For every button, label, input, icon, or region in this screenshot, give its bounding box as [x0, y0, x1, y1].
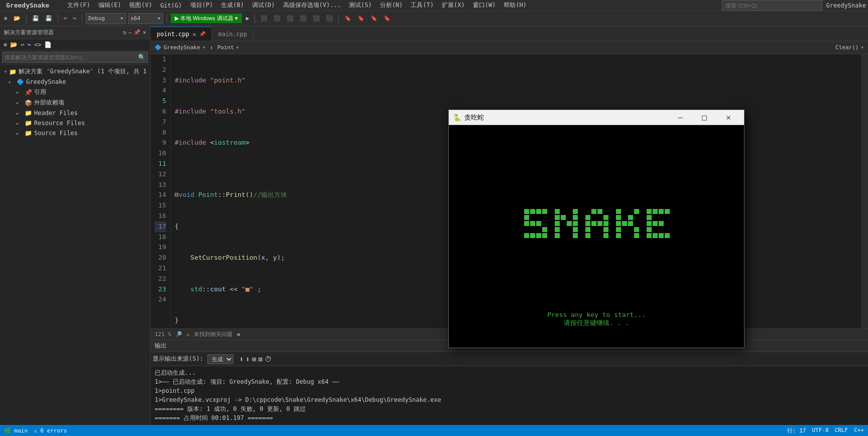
platform-dropdown[interactable]: x64 ▾: [128, 13, 163, 24]
toolbar-debug-3[interactable]: ⬛: [285, 14, 296, 23]
toolbar-bookmark-4[interactable]: 🔖: [382, 14, 393, 23]
toolbar-bookmark-1[interactable]: 🔖: [342, 14, 353, 23]
status-git[interactable]: 🌿 main: [4, 427, 28, 434]
config-dropdown[interactable]: Debug ▾: [86, 13, 126, 24]
toolbar-sep-5: [255, 14, 255, 23]
toolbar-bookmark-2[interactable]: 🔖: [355, 14, 366, 23]
toolbar-new[interactable]: ⊕: [2, 14, 10, 23]
sidebar-tb-5[interactable]: <>: [33, 40, 43, 49]
menu-tools[interactable]: 工具(T): [407, 0, 438, 11]
sidebar-tb-3[interactable]: ↩: [19, 40, 26, 49]
toolbar-debug-6[interactable]: ⬛: [324, 14, 335, 23]
svg-rect-54: [647, 221, 652, 226]
hdr-label: Header Files: [34, 110, 78, 117]
toolbar-debug-1[interactable]: ⬛: [259, 14, 270, 23]
menu-advanced-save[interactable]: 高级保存选项(V)...: [279, 0, 345, 11]
editor-project-label: GreedySnake: [164, 44, 200, 51]
sidebar-tree: ▾ 📁 解决方案 'GreedySnake' (1 个项目, 共 1 个) ▾ …: [0, 64, 150, 436]
menu-test[interactable]: 测试(S): [345, 0, 376, 11]
menu-extensions[interactable]: 扩展(X): [438, 0, 469, 11]
snake-logo: [522, 206, 672, 242]
sidebar-item-project[interactable]: ▾ 🔷 GreedySnake: [0, 77, 150, 87]
toolbar-save[interactable]: 💾: [30, 14, 41, 23]
output-btn-4[interactable]: ⊠: [258, 355, 262, 363]
sidebar-item-source-files[interactable]: ▸ 📁 Source Files: [0, 128, 150, 138]
editor-scrollbar[interactable]: [861, 54, 868, 329]
svg-rect-22: [573, 227, 578, 232]
menu-build[interactable]: 生成(B): [217, 0, 248, 11]
src-icon: 📁: [24, 129, 32, 137]
svg-rect-48: [634, 233, 639, 238]
svg-rect-6: [530, 221, 535, 226]
menu-project[interactable]: 项目(P): [186, 0, 217, 11]
editor-project-dropdown[interactable]: 🔷 GreedySnake ▾: [155, 44, 205, 51]
toolbar-debug-2[interactable]: ⬛: [272, 14, 283, 23]
tab-point-cpp-close[interactable]: ✕: [192, 30, 196, 38]
sidebar-search-icon[interactable]: 🔍: [136, 54, 148, 61]
svg-rect-27: [597, 209, 602, 214]
output-btn-5[interactable]: ⏱: [265, 355, 272, 363]
menu-view[interactable]: 视图(V): [125, 0, 156, 11]
project-label: GreedySnake: [26, 78, 66, 85]
editor-func-dropdown[interactable]: Point ▾: [217, 44, 239, 51]
sidebar-tb-2[interactable]: 📂: [9, 40, 19, 49]
toolbar-open[interactable]: 📂: [12, 14, 23, 23]
toolbar-undo[interactable]: ↩: [62, 14, 69, 23]
snake-continue-text: 请按任意键继续. . .: [547, 318, 646, 328]
svg-rect-1: [530, 209, 535, 214]
snake-close-btn[interactable]: ✕: [717, 110, 740, 125]
status-errors[interactable]: ⚠ 0 errors: [34, 427, 67, 434]
tab-main-cpp[interactable]: main.cpp: [212, 27, 254, 41]
solution-arrow: ▾: [4, 69, 7, 74]
sidebar-item-resource-files[interactable]: ▸ 📁 Resource Files: [0, 118, 150, 128]
menu-debug[interactable]: 调试(D): [248, 0, 279, 11]
sidebar-close-btn[interactable]: ✕: [143, 29, 146, 36]
global-search-input[interactable]: [722, 0, 822, 11]
sidebar-search-input[interactable]: [3, 54, 136, 61]
svg-rect-59: [653, 233, 658, 238]
output-btn-1[interactable]: ⬆: [239, 355, 243, 363]
sidebar-item-solution[interactable]: ▾ 📁 解决方案 'GreedySnake' (1 个项目, 共 1 个): [0, 66, 150, 77]
sidebar-collapse-btn[interactable]: –: [129, 29, 132, 36]
menu-help[interactable]: 帮助(H): [500, 0, 531, 11]
output-btn-2[interactable]: ⬇: [245, 355, 250, 363]
output-source-select[interactable]: 生成: [207, 354, 233, 364]
toolbar-save-all[interactable]: 💾: [43, 14, 54, 23]
menu-window[interactable]: 窗口(W): [469, 0, 500, 11]
sidebar-item-header-files[interactable]: ▸ 📁 Header Files: [0, 108, 150, 118]
menu-file[interactable]: 文件(F): [63, 0, 94, 11]
toolbar-redo[interactable]: ↪: [71, 14, 78, 23]
editor-method-dropdown[interactable]: Clear() ▾: [835, 44, 864, 51]
app-title: GreedySnake: [2, 2, 53, 9]
sidebar-item-external-deps[interactable]: ▸ 📦 外部依赖项: [0, 97, 150, 108]
toolbar-sep-3: [82, 14, 82, 23]
sidebar-sync-btn[interactable]: ↻: [123, 29, 127, 36]
toolbar-debug-4[interactable]: ⬛: [298, 14, 309, 23]
tab-point-cpp-pin[interactable]: 📌: [199, 31, 205, 37]
snake-minimize-btn[interactable]: —: [669, 110, 692, 125]
output-btn-3[interactable]: ⊞: [252, 355, 256, 363]
toolbar-bookmark-3[interactable]: 🔖: [368, 14, 380, 23]
menu-git[interactable]: Git(G): [156, 1, 186, 10]
toolbar-continue[interactable]: ▶: [244, 14, 252, 23]
sidebar-pin-btn[interactable]: 📌: [134, 29, 141, 36]
sidebar-tb-6[interactable]: 📄: [43, 40, 53, 49]
sidebar-tb-1[interactable]: ⊕: [2, 40, 9, 49]
tab-point-cpp-label: point.cpp: [157, 31, 189, 38]
svg-rect-40: [616, 221, 621, 226]
svg-rect-56: [659, 221, 664, 226]
output-line-3: 1>point.cpp: [155, 386, 864, 395]
menu-edit[interactable]: 编辑(E): [94, 0, 126, 11]
svg-rect-12: [536, 233, 541, 238]
run-debug-button[interactable]: ▶ 本地 Windows 调试器 ▾: [171, 14, 242, 23]
snake-maximize-btn[interactable]: □: [693, 110, 716, 125]
editor-zoom-icon[interactable]: 🔎: [175, 331, 182, 338]
svg-rect-30: [585, 221, 590, 226]
svg-rect-50: [653, 209, 658, 214]
svg-rect-60: [659, 233, 664, 238]
toolbar-debug-5[interactable]: ⬛: [311, 14, 322, 23]
menu-analyze[interactable]: 分析(N): [376, 0, 407, 11]
tab-point-cpp[interactable]: point.cpp ✕ 📌: [151, 27, 212, 41]
sidebar-tb-4[interactable]: ↪: [26, 40, 32, 49]
sidebar-item-references[interactable]: ▸ 📌 引用: [0, 87, 150, 97]
